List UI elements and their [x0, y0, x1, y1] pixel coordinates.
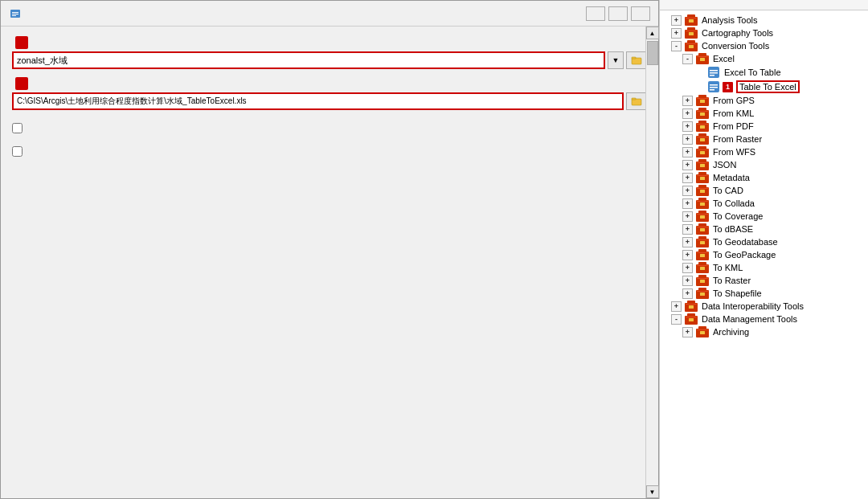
- tree-item-cartography[interactable]: + Cartography Tools: [660, 27, 868, 39]
- tree-item-from-kml[interactable]: + From KML: [660, 107, 868, 120]
- tree-label-from-kml: From KML: [713, 108, 754, 118]
- tree-item-from-gps[interactable]: + From GPS: [660, 94, 868, 107]
- expand-icon-from-wfs[interactable]: +: [682, 147, 693, 157]
- expand-icon-to-raster[interactable]: +: [682, 276, 693, 286]
- svg-rect-73: [698, 223, 706, 227]
- svg-rect-30: [710, 87, 718, 88]
- scroll-up[interactable]: ▲: [646, 27, 659, 39]
- svg-rect-49: [698, 146, 706, 149]
- output-excel-field[interactable]: [12, 92, 624, 110]
- toolbox-icon-to-geopackage: [696, 249, 709, 260]
- toolbox-tree: + Analysis Tools+ Cartography Tools- Con…: [660, 10, 868, 499]
- expand-icon-data-management[interactable]: -: [671, 314, 682, 325]
- tree-item-conversion[interactable]: - Conversion Tools: [660, 39, 868, 52]
- svg-rect-59: [700, 177, 705, 180]
- input-table-dropdown[interactable]: ▼: [608, 51, 624, 69]
- tree-item-to-dbase[interactable]: + To dBASE: [660, 223, 868, 235]
- expand-icon-cartography[interactable]: +: [671, 28, 682, 39]
- tree-item-to-shapefile[interactable]: + To Shapefile: [660, 287, 868, 300]
- tree-item-to-geodatabase[interactable]: + To Geodatabase: [660, 235, 868, 248]
- tree-item-data-interoperability[interactable]: + Data Interoperability Tools: [660, 300, 868, 313]
- tree-item-excel-to-table[interactable]: Excel To Table: [660, 65, 868, 80]
- toolbox-icon-to-geodatabase: [696, 236, 709, 247]
- tree-item-analysis[interactable]: + Analysis Tools: [660, 14, 868, 27]
- svg-rect-99: [689, 305, 694, 309]
- input-table-browse[interactable]: [626, 51, 647, 69]
- expand-icon-to-cad[interactable]: +: [682, 186, 693, 196]
- tree-item-data-management[interactable]: - Data Management Tools: [660, 313, 868, 325]
- svg-rect-38: [697, 111, 708, 112]
- tree-item-table-to-excel[interactable]: 1Table To Excel: [660, 80, 868, 94]
- tree-item-to-raster[interactable]: + To Raster: [660, 274, 868, 287]
- expand-icon-from-pdf[interactable]: +: [682, 121, 693, 132]
- expand-icon-analysis[interactable]: +: [671, 15, 682, 26]
- tree-label-to-shapefile: To Shapefile: [713, 288, 762, 298]
- svg-rect-86: [697, 265, 708, 266]
- scroll-down[interactable]: ▼: [646, 485, 659, 498]
- expand-icon-from-raster[interactable]: +: [682, 134, 693, 145]
- expand-icon-metadata[interactable]: +: [682, 173, 693, 183]
- tree-label-to-dbase: To dBASE: [713, 224, 753, 234]
- svg-rect-61: [698, 185, 706, 188]
- close-button[interactable]: [631, 6, 650, 21]
- output-excel-browse[interactable]: [626, 92, 647, 110]
- expand-icon-to-dbase[interactable]: +: [682, 224, 693, 235]
- expand-icon-excel[interactable]: -: [682, 54, 693, 64]
- tree-item-to-cad[interactable]: + To CAD: [660, 184, 868, 197]
- svg-rect-17: [687, 40, 695, 43]
- toolbox-icon-json: [696, 159, 709, 170]
- svg-rect-74: [697, 227, 708, 227]
- tree-item-to-coverage[interactable]: + To Coverage: [660, 210, 868, 223]
- tree-item-from-raster[interactable]: + From Raster: [660, 133, 868, 145]
- expand-icon-to-shapefile[interactable]: +: [682, 288, 693, 299]
- toolbox-icon-to-raster: [696, 275, 709, 286]
- tree-item-from-wfs[interactable]: + From WFS: [660, 145, 868, 158]
- title-bar-left: [9, 7, 27, 20]
- tree-item-to-collada[interactable]: + To Collada: [660, 197, 868, 210]
- tree-item-to-geopackage[interactable]: + To GeoPackage: [660, 248, 868, 261]
- svg-rect-34: [697, 98, 708, 99]
- tree-item-excel[interactable]: - Excel: [660, 52, 868, 65]
- expand-icon-archiving[interactable]: +: [682, 327, 693, 337]
- svg-rect-95: [700, 292, 705, 296]
- expand-icon-to-collada[interactable]: +: [682, 198, 693, 209]
- expand-icon-to-coverage[interactable]: +: [682, 211, 693, 222]
- input-table-label-row: [12, 36, 647, 49]
- scrollbar[interactable]: ▲ ▼: [645, 27, 658, 498]
- svg-rect-45: [698, 133, 706, 137]
- tree-item-from-pdf[interactable]: + From PDF: [660, 120, 868, 133]
- title-bar-buttons: [586, 6, 650, 21]
- svg-rect-71: [700, 215, 705, 219]
- tree-item-to-kml[interactable]: + To KML: [660, 261, 868, 274]
- expand-icon-conversion[interactable]: -: [671, 41, 682, 51]
- scroll-thumb[interactable]: [647, 41, 658, 65]
- minimize-button[interactable]: [586, 6, 605, 21]
- svg-rect-2: [12, 14, 18, 14]
- tree-label-analysis: Analysis Tools: [702, 15, 758, 25]
- checkbox2[interactable]: [12, 146, 23, 157]
- checkbox2-row: [12, 146, 647, 157]
- expand-icon-to-geopackage[interactable]: +: [682, 250, 693, 260]
- input-table-field[interactable]: [12, 51, 605, 69]
- svg-rect-89: [698, 275, 706, 278]
- svg-rect-98: [686, 304, 697, 305]
- expand-icon-data-interoperability[interactable]: +: [671, 301, 682, 312]
- expand-icon-json[interactable]: +: [682, 160, 693, 170]
- expand-icon-from-kml[interactable]: +: [682, 108, 693, 119]
- maximize-button[interactable]: [608, 6, 628, 21]
- svg-rect-11: [689, 19, 694, 22]
- expand-icon-to-geodatabase[interactable]: +: [682, 237, 693, 247]
- tree-item-json[interactable]: + JSON: [660, 158, 868, 171]
- tree-label-archiving: Archiving: [713, 327, 749, 337]
- expand-icon-to-kml[interactable]: +: [682, 263, 693, 273]
- svg-rect-105: [698, 326, 706, 329]
- tree-label-table-to-excel: Table To Excel: [736, 80, 800, 93]
- toolbox-panel: + Analysis Tools+ Cartography Tools- Con…: [659, 0, 868, 499]
- tree-item-archiving[interactable]: + Archiving: [660, 325, 868, 338]
- checkbox1[interactable]: [12, 123, 23, 133]
- svg-rect-58: [697, 175, 708, 176]
- tree-item-metadata[interactable]: + Metadata: [660, 171, 868, 184]
- toolbox-icon-archiving: [696, 326, 709, 337]
- badge-table-to-excel: 1: [723, 82, 733, 92]
- expand-icon-from-gps[interactable]: +: [682, 96, 693, 106]
